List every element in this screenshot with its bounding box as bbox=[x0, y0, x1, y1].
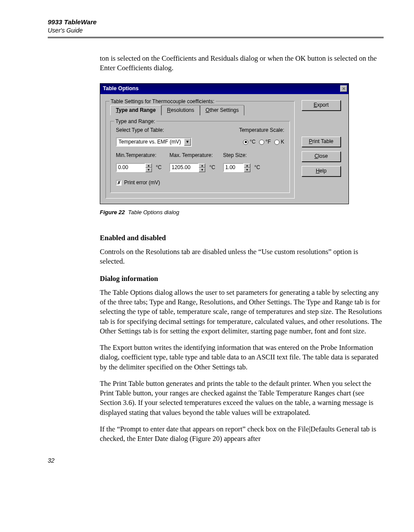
tab-label-rest: ther Settings bbox=[210, 107, 239, 113]
figure-title: Table Options dialog bbox=[128, 209, 179, 215]
tab-other-settings[interactable]: Other Settings bbox=[200, 105, 245, 116]
spin-down-icon[interactable]: ▼ bbox=[199, 168, 205, 172]
heading-enabled: Enabled and disabled bbox=[100, 233, 384, 243]
tab-key: O bbox=[206, 107, 210, 113]
spin-up-icon[interactable]: ▲ bbox=[145, 163, 152, 168]
btn-rest: rint Table bbox=[312, 138, 333, 145]
export-button[interactable]: Export bbox=[302, 100, 341, 111]
temp-scale-radios: °C °F K bbox=[243, 138, 284, 146]
print-table-button[interactable]: Print Table bbox=[302, 137, 341, 147]
page-number: 32 bbox=[48, 457, 384, 465]
para-info-3: The Print Table button generates and pri… bbox=[100, 379, 384, 418]
radio-label: °F bbox=[266, 138, 271, 146]
btn-rest: elp bbox=[319, 167, 326, 175]
spin-down-icon[interactable]: ▼ bbox=[244, 168, 250, 172]
para-info-1: The Table Options dialog allows the user… bbox=[100, 288, 384, 336]
select-type-label: Select Type of Table: bbox=[116, 127, 164, 134]
min-temp-spinner[interactable]: 0.00 ▲▼ bbox=[116, 163, 152, 172]
chevron-down-icon[interactable]: ▼ bbox=[184, 138, 191, 146]
print-error-label: Print error (mV) bbox=[124, 179, 160, 186]
max-temp-spinner[interactable]: 1205.00 ▲▼ bbox=[169, 163, 205, 172]
combo-value: Temperature vs. EMF (mV) bbox=[118, 138, 181, 146]
help-button[interactable]: Help bbox=[302, 166, 341, 176]
radio-celsius[interactable]: °C bbox=[243, 138, 255, 146]
table-type-combo[interactable]: Temperature vs. EMF (mV) ▼ bbox=[116, 137, 192, 147]
header-rule-thick bbox=[48, 37, 384, 37]
max-temp-value[interactable]: 1205.00 bbox=[169, 163, 199, 172]
tab-resolutions[interactable]: Resolutions bbox=[161, 105, 200, 116]
max-temp-label: Max. Temperature: bbox=[169, 152, 215, 159]
btn-key: E bbox=[314, 101, 317, 109]
close-button[interactable]: Close bbox=[302, 151, 341, 162]
step-size-value[interactable]: 1.00 bbox=[223, 163, 244, 172]
settings-groupbox: Table Settings for Thermocouple coeffici… bbox=[105, 101, 295, 199]
doc-subtitle: User's Guide bbox=[48, 26, 384, 35]
spin-up-icon[interactable]: ▲ bbox=[244, 163, 250, 168]
groupbox-label: Table Settings for Thermocouple coeffici… bbox=[109, 98, 216, 105]
radio-label: °C bbox=[250, 138, 255, 146]
tab-strip: Type and Range Resolutions Other Setting… bbox=[110, 105, 290, 116]
radio-label: K bbox=[281, 138, 284, 146]
temp-scale-label: Temperature Scale: bbox=[239, 127, 284, 134]
step-size-spinner[interactable]: 1.00 ▲▼ bbox=[223, 163, 250, 172]
para-info-4: If the “Prompt to enter date that appear… bbox=[100, 424, 384, 444]
step-size-label: Step Size: bbox=[223, 152, 260, 159]
dialog-figure: Table Options ✕ Table Settings for Therm… bbox=[100, 83, 384, 204]
figure-number: Figure 22 bbox=[100, 209, 125, 215]
para-enabled: Controls on the Resolutions tab are disa… bbox=[100, 247, 384, 267]
min-temp-label: Min.Temperature: bbox=[116, 152, 161, 159]
spin-up-icon[interactable]: ▲ bbox=[199, 163, 205, 168]
lead-paragraph: ton is selected on the Coefficients and … bbox=[100, 54, 384, 73]
unit-label: °C bbox=[254, 164, 260, 171]
btn-key: C bbox=[315, 153, 319, 160]
para-info-2: The Export button writes the identifying… bbox=[100, 343, 384, 372]
doc-title: 9933 TableWare bbox=[48, 17, 384, 26]
table-options-dialog: Table Options ✕ Table Settings for Therm… bbox=[100, 83, 349, 204]
btn-rest: lose bbox=[318, 153, 328, 160]
dialog-titlebar: Table Options ✕ bbox=[100, 84, 348, 94]
unit-label: °C bbox=[209, 164, 215, 171]
btn-key: P bbox=[309, 138, 312, 145]
btn-key: H bbox=[316, 167, 320, 175]
print-error-checkbox[interactable]: ✗ bbox=[116, 180, 122, 186]
spin-down-icon[interactable]: ▼ bbox=[145, 168, 152, 172]
radio-fahrenheit[interactable]: °F bbox=[259, 138, 271, 146]
heading-dialog-info: Dialog information bbox=[100, 274, 384, 284]
header-rule-thin bbox=[48, 38, 384, 38]
radio-kelvin[interactable]: K bbox=[274, 138, 284, 146]
unit-label: °C bbox=[156, 164, 161, 171]
type-and-range-group: Type and Range: Select Type of Table: Te… bbox=[110, 121, 290, 193]
tab-type-and-range[interactable]: Type and Range bbox=[110, 105, 161, 116]
tab-label-rest: ype and Range bbox=[118, 107, 155, 113]
btn-rest: xport bbox=[317, 101, 329, 109]
inner-group-label: Type and Range: bbox=[114, 118, 156, 125]
close-icon[interactable]: ✕ bbox=[340, 85, 347, 92]
dialog-title: Table Options bbox=[103, 85, 138, 93]
figure-caption: Figure 22 Table Options dialog bbox=[100, 209, 384, 216]
tab-label-rest: esolutions bbox=[171, 107, 194, 113]
min-temp-value[interactable]: 0.00 bbox=[116, 163, 145, 172]
